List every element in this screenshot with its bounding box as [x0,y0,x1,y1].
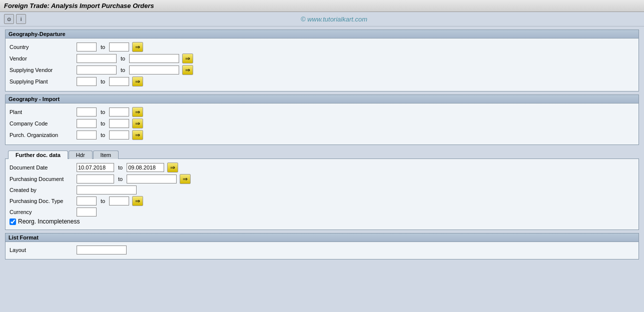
plant-row: Plant to ⇒ [10,107,634,117]
purchasing-document-arrow-btn[interactable]: ⇒ [180,174,191,184]
company-code-arrow-btn[interactable]: ⇒ [132,118,143,128]
created-by-row: Created by [10,186,634,194]
purch-doc-type-row: Purchasing Doc. Type to ⇒ [10,196,634,206]
document-date-to-input[interactable] [127,163,164,172]
purchasing-document-to-input[interactable] [127,174,177,184]
country-arrow-btn[interactable]: ⇒ [132,42,143,52]
info-icon[interactable]: i [16,14,26,24]
tab-hdr[interactable]: Hdr [69,150,93,159]
geography-departure-section: Geography-Departure Country to ⇒ Vendor … [5,30,639,92]
supplying-plant-arrow-btn[interactable]: ⇒ [132,76,143,86]
purchasing-document-row: Purchasing Document to ⇒ [10,174,634,184]
supplying-plant-label: Supplying Plant [10,78,75,84]
plant-to-input[interactable] [109,108,129,116]
purch-org-from-input[interactable] [77,130,97,140]
reorg-checkbox[interactable] [10,218,16,225]
document-date-label: Document Date [10,164,75,170]
supplying-vendor-row: Supplying Vendor to ⇒ [10,65,634,75]
purch-doc-type-to-label: to [101,198,105,204]
supplying-vendor-to-label: to [121,67,125,73]
plant-label: Plant [10,109,75,115]
country-to-label: to [101,44,105,50]
supplying-vendor-to-input[interactable] [129,66,179,74]
document-date-arrow-btn[interactable]: ⇒ [167,162,178,172]
supplying-vendor-arrow-btn[interactable]: ⇒ [182,65,193,75]
country-label: Country [10,44,75,50]
document-date-from-input[interactable] [77,163,114,172]
company-code-row: Company Code to ⇒ [10,118,634,128]
vendor-to-input[interactable] [129,54,179,63]
currency-input[interactable] [77,208,97,216]
layout-input[interactable] [77,246,127,254]
tab-further-doc-data[interactable]: Further doc. data [8,150,68,159]
vendor-to-label: to [121,56,125,62]
toolbar: ⊙ i © www.tutorialkart.com [0,12,644,26]
company-code-label: Company Code [10,120,75,126]
tabs-bar: Further doc. data Hdr Item [5,150,639,158]
purch-doc-type-label: Purchasing Doc. Type [10,198,75,204]
document-date-to-label: to [118,164,123,170]
layout-row: Layout [10,246,634,254]
supplying-vendor-from-input[interactable] [77,66,117,74]
list-format-title: List Format [6,234,638,242]
plant-from-input[interactable] [77,108,97,116]
supplying-plant-to-input[interactable] [109,77,129,86]
created-by-input[interactable] [77,186,137,194]
purchasing-document-to-label: to [118,176,123,182]
watermark: © www.tutorialkart.com [301,16,367,23]
geography-import-title: Geography - Import [6,95,638,104]
supplying-vendor-label: Supplying Vendor [10,67,75,73]
country-to-input[interactable] [109,42,129,52]
created-by-label: Created by [10,187,75,193]
supplying-plant-from-input[interactable] [77,77,97,86]
purch-doc-type-arrow-btn[interactable]: ⇒ [132,196,143,206]
company-code-from-input[interactable] [77,119,97,128]
page-title: Foreign Trade: Analysis Import Purchase … [4,2,154,10]
purch-org-row: Purch. Organization to ⇒ [10,130,634,140]
plant-to-label: to [101,109,105,115]
document-date-row: Document Date to ⇒ [10,162,634,172]
purchasing-document-label: Purchasing Document [10,176,75,182]
vendor-label: Vendor [10,56,75,62]
purch-org-to-input[interactable] [109,130,129,140]
supplying-plant-row: Supplying Plant to ⇒ [10,76,634,86]
reorg-row: Reorg. Incompleteness [10,218,634,225]
vendor-row: Vendor to ⇒ [10,54,634,64]
title-bar: Foreign Trade: Analysis Import Purchase … [0,0,644,12]
country-row: Country to ⇒ [10,42,634,52]
vendor-arrow-btn[interactable]: ⇒ [182,54,193,64]
purch-doc-type-to-input[interactable] [109,196,129,206]
country-from-input[interactable] [77,42,97,52]
further-doc-section: Document Date to ⇒ Purchasing Document t… [5,158,639,230]
purchasing-document-from-input[interactable] [77,174,114,184]
tab-item[interactable]: Item [93,150,119,159]
plant-arrow-btn[interactable]: ⇒ [132,107,143,117]
reorg-label: Reorg. Incompleteness [18,218,80,225]
list-format-section: List Format Layout [5,233,639,260]
purch-org-label: Purch. Organization [10,132,75,138]
currency-row: Currency [10,208,634,216]
company-code-to-label: to [101,120,105,126]
geography-departure-title: Geography-Departure [6,30,638,38]
vendor-from-input[interactable] [77,54,117,63]
company-code-to-input[interactable] [109,119,129,128]
purch-org-to-label: to [101,132,105,138]
supplying-plant-to-label: to [101,78,105,84]
purch-org-arrow-btn[interactable]: ⇒ [132,130,143,140]
layout-label: Layout [10,247,75,253]
geography-import-section: Geography - Import Plant to ⇒ Company Co… [5,94,639,145]
clock-icon[interactable]: ⊙ [4,14,14,24]
currency-label: Currency [10,209,75,215]
purch-doc-type-from-input[interactable] [77,196,97,206]
